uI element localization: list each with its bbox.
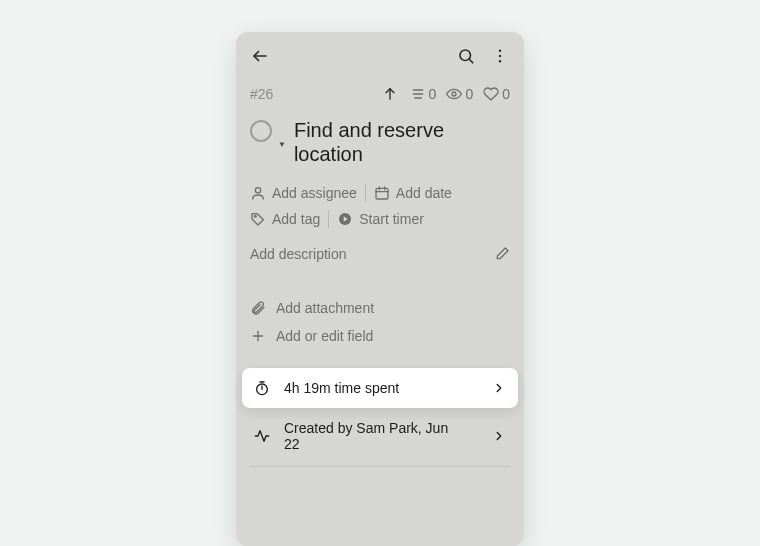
add-assignee-label: Add assignee: [272, 185, 357, 201]
meta-row: #26 0 0 0: [250, 84, 510, 104]
tag-icon: [250, 211, 266, 227]
primary-actions: Add assignee Add date: [250, 184, 510, 202]
add-assignee-button[interactable]: Add assignee: [250, 184, 357, 202]
divider: [365, 184, 366, 202]
description-row[interactable]: Add description: [250, 246, 510, 262]
add-date-button[interactable]: Add date: [374, 184, 452, 202]
secondary-actions: Add tag Start timer: [250, 210, 510, 228]
add-tag-button[interactable]: Add tag: [250, 210, 320, 228]
svg-line-2: [469, 59, 473, 63]
svg-point-16: [254, 215, 256, 217]
created-by-row[interactable]: Created by Sam Park, Jun 22: [250, 420, 510, 467]
status-circle[interactable]: [250, 120, 272, 142]
divider: [328, 210, 329, 228]
status-dropdown-caret-icon[interactable]: ▼: [278, 140, 286, 149]
watchers-count[interactable]: 0: [446, 86, 473, 102]
stopwatch-icon: [254, 380, 270, 396]
activity-icon: [254, 428, 270, 444]
pencil-icon[interactable]: [494, 246, 510, 262]
chevron-right-icon: [492, 381, 506, 395]
list-icon: [410, 86, 426, 102]
start-timer-button[interactable]: Start timer: [337, 210, 424, 228]
top-actions: [456, 46, 510, 66]
play-circle-icon: [337, 211, 353, 227]
add-attachment-label: Add attachment: [276, 300, 374, 316]
add-description-label: Add description: [250, 246, 347, 262]
heart-icon: [483, 86, 499, 102]
task-id: #26: [250, 86, 273, 102]
add-attachment-button[interactable]: Add attachment: [250, 300, 510, 316]
svg-point-11: [255, 188, 260, 193]
title-row: ▼ Find and reserve location: [250, 118, 510, 166]
plus-icon: [250, 328, 266, 344]
svg-point-5: [499, 60, 501, 62]
search-icon[interactable]: [456, 46, 476, 66]
time-spent-card[interactable]: 4h 19m time spent: [242, 368, 518, 408]
calendar-icon: [374, 185, 390, 201]
add-field-label: Add or edit field: [276, 328, 373, 344]
likes-value: 0: [502, 86, 510, 102]
more-vertical-icon[interactable]: [490, 46, 510, 66]
meta-counts: 0 0 0: [380, 84, 510, 104]
add-date-label: Add date: [396, 185, 452, 201]
eye-icon: [446, 86, 462, 102]
add-tag-label: Add tag: [272, 211, 320, 227]
start-timer-label: Start timer: [359, 211, 424, 227]
add-field-button[interactable]: Add or edit field: [250, 328, 510, 344]
move-up-icon[interactable]: [380, 84, 400, 104]
comments-value: 0: [429, 86, 437, 102]
chevron-right-icon: [492, 429, 506, 443]
created-by-label: Created by Sam Park, Jun 22: [284, 420, 464, 452]
watchers-value: 0: [465, 86, 473, 102]
comments-count[interactable]: 0: [410, 86, 437, 102]
person-icon: [250, 185, 266, 201]
topbar: [250, 46, 510, 66]
time-spent-label: 4h 19m time spent: [284, 380, 399, 396]
svg-rect-12: [376, 188, 388, 199]
svg-point-4: [499, 55, 501, 57]
svg-point-3: [499, 50, 501, 52]
task-title[interactable]: Find and reserve location: [294, 118, 510, 166]
back-arrow-icon[interactable]: [250, 46, 270, 66]
paperclip-icon: [250, 300, 266, 316]
likes-count[interactable]: 0: [483, 86, 510, 102]
svg-point-10: [452, 92, 456, 96]
links: Add attachment Add or edit field: [250, 300, 510, 344]
task-panel: #26 0 0 0 ▼ Find and reserve location: [236, 32, 524, 546]
